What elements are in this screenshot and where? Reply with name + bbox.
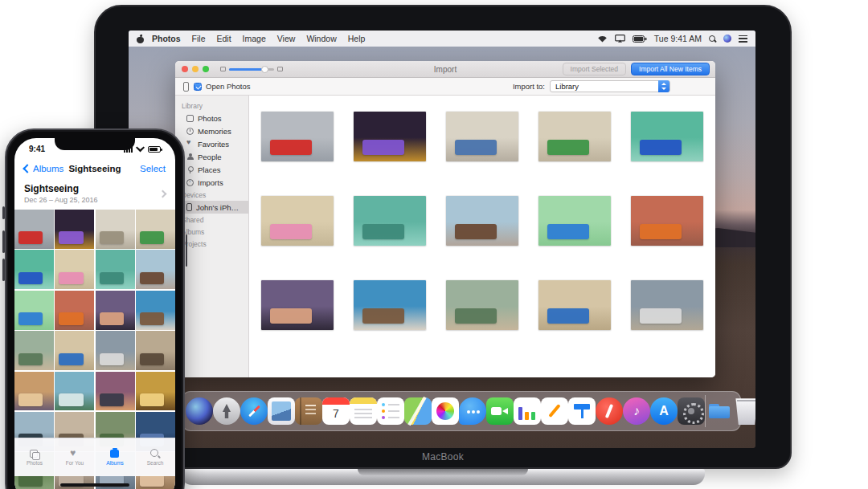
sidebar-item-places[interactable]: Places bbox=[175, 163, 248, 176]
open-photos-checkbox[interactable] bbox=[194, 83, 202, 91]
dock-appstore-icon[interactable]: A bbox=[650, 397, 678, 425]
photo-thumbnail[interactable] bbox=[631, 112, 703, 161]
menu-item-photos[interactable]: Photos bbox=[152, 34, 181, 43]
back-to-albums-button[interactable]: Albums bbox=[24, 164, 63, 173]
photo-thumbnail[interactable] bbox=[136, 291, 175, 330]
dock-calendar-icon[interactable]: 7 bbox=[322, 397, 350, 425]
photo-thumbnail[interactable] bbox=[55, 372, 94, 411]
sidebar-item-favorites[interactable]: Favorites bbox=[175, 137, 248, 150]
dock-reminders-icon[interactable] bbox=[377, 397, 404, 425]
tab-foryou[interactable]: For You bbox=[55, 438, 95, 476]
apple-logo-icon[interactable] bbox=[137, 35, 144, 43]
photo-thumbnail[interactable] bbox=[14, 372, 54, 411]
menu-item-window[interactable]: Window bbox=[306, 34, 336, 43]
dock-notes-icon[interactable] bbox=[350, 397, 377, 425]
dock-news-icon[interactable] bbox=[596, 397, 623, 425]
dock-trash-icon[interactable] bbox=[733, 397, 755, 425]
home-indicator[interactable] bbox=[60, 483, 129, 487]
photo-thumbnail[interactable] bbox=[14, 331, 54, 370]
photo-thumbnail[interactable] bbox=[96, 331, 135, 370]
photo-thumbnail[interactable] bbox=[631, 196, 703, 246]
dock-mail-icon[interactable] bbox=[268, 397, 295, 425]
photo-thumbnail[interactable] bbox=[261, 196, 334, 246]
import-selected-button[interactable]: Import Selected bbox=[563, 63, 627, 75]
photo-thumbnail[interactable] bbox=[354, 196, 426, 246]
photo-thumbnail[interactable] bbox=[96, 250, 135, 289]
close-window-button[interactable] bbox=[182, 66, 188, 72]
photo-thumbnail[interactable] bbox=[538, 112, 611, 161]
sidebar-item-people[interactable]: People bbox=[175, 150, 248, 163]
dock-numbers-icon[interactable] bbox=[514, 397, 541, 425]
sidebar-item-photos[interactable]: Photos bbox=[175, 112, 248, 124]
thumbnail-size-slider[interactable] bbox=[229, 68, 274, 71]
photo-thumbnail[interactable] bbox=[446, 196, 518, 246]
dock-contacts-icon[interactable] bbox=[295, 397, 322, 425]
dock-sysprefs-icon[interactable] bbox=[678, 397, 705, 425]
sidebar-item-john-s-iph[interactable]: John's iPh… bbox=[175, 201, 248, 214]
photo-thumbnail[interactable] bbox=[136, 210, 175, 249]
window-titlebar[interactable]: Import Import Selected Import All New It… bbox=[175, 61, 715, 78]
menu-bar-clock[interactable]: Tue 9:41 AM bbox=[654, 34, 702, 43]
dock-photos-icon[interactable] bbox=[432, 397, 459, 425]
minimize-window-button[interactable] bbox=[192, 66, 199, 72]
menu-item-help[interactable]: Help bbox=[348, 34, 366, 43]
photo-thumbnail[interactable] bbox=[14, 291, 54, 330]
photo-thumbnail[interactable] bbox=[136, 250, 175, 289]
sidebar-item-memories[interactable]: Memories bbox=[175, 124, 248, 137]
dock-downloads-icon[interactable] bbox=[706, 397, 733, 425]
photo-thumbnail[interactable] bbox=[96, 291, 135, 330]
album-header-row[interactable]: Sightseeing Dec 26 – Aug 25, 2016 bbox=[14, 179, 175, 210]
dock-maps-icon[interactable] bbox=[404, 397, 432, 425]
dock-safari-icon[interactable] bbox=[240, 397, 268, 425]
photo-thumbnail[interactable] bbox=[14, 210, 54, 249]
photo-thumbnail[interactable] bbox=[446, 112, 518, 161]
photo-thumbnail[interactable] bbox=[136, 331, 175, 370]
photo-thumbnail[interactable] bbox=[14, 250, 54, 289]
tab-search[interactable]: Search bbox=[135, 438, 175, 476]
menu-item-edit[interactable]: Edit bbox=[217, 34, 231, 43]
dock-pages-icon[interactable] bbox=[541, 397, 568, 425]
zoom-window-button[interactable] bbox=[203, 66, 209, 72]
dock-keynote-icon[interactable] bbox=[568, 397, 596, 425]
dock-siri-icon[interactable] bbox=[186, 397, 213, 425]
slider-knob[interactable] bbox=[261, 66, 268, 73]
tab-albums[interactable]: Albums bbox=[95, 438, 135, 476]
photo-thumbnail[interactable] bbox=[96, 210, 135, 249]
photo-thumbnail[interactable] bbox=[446, 280, 518, 330]
photo-thumbnail[interactable] bbox=[96, 372, 135, 411]
photo-thumbnail[interactable] bbox=[538, 280, 611, 330]
photo-thumbnail[interactable] bbox=[631, 280, 703, 330]
dock-launchpad-icon[interactable] bbox=[213, 397, 240, 425]
iphone-clock: 9:41 bbox=[29, 145, 45, 153]
photo-thumbnail[interactable] bbox=[55, 210, 94, 249]
mute-switch bbox=[2, 206, 5, 219]
battery-icon[interactable] bbox=[633, 35, 647, 43]
photo-thumbnail[interactable] bbox=[538, 196, 611, 246]
import-to-select[interactable]: Library bbox=[550, 80, 670, 92]
photo-thumbnail[interactable] bbox=[354, 280, 426, 330]
tab-photos[interactable]: Photos bbox=[14, 438, 55, 476]
photo-thumbnail[interactable] bbox=[354, 112, 426, 161]
macbook-device: PhotosFileEditImageViewWindowHelp Tue 9:… bbox=[94, 5, 792, 469]
photo-thumbnail[interactable] bbox=[261, 112, 334, 161]
spotlight-icon[interactable] bbox=[709, 35, 716, 43]
photo-thumbnail[interactable] bbox=[55, 250, 94, 289]
import-all-new-items-button[interactable]: Import All New Items bbox=[631, 63, 710, 75]
menu-item-file[interactable]: File bbox=[192, 34, 206, 43]
import-photo-grid-area bbox=[249, 96, 715, 377]
dock-facetime-icon[interactable] bbox=[486, 397, 514, 425]
siri-icon[interactable] bbox=[723, 35, 731, 43]
dock-messages-icon[interactable] bbox=[459, 397, 486, 425]
screen-mirroring-icon[interactable] bbox=[615, 35, 625, 43]
menu-item-view[interactable]: View bbox=[277, 34, 296, 43]
notification-center-icon[interactable] bbox=[739, 35, 747, 43]
photo-thumbnail[interactable] bbox=[55, 331, 94, 370]
photo-thumbnail[interactable] bbox=[55, 291, 94, 330]
dock-itunes-icon[interactable]: ♪ bbox=[623, 397, 650, 425]
select-button[interactable]: Select bbox=[140, 164, 166, 173]
menu-item-image[interactable]: Image bbox=[243, 34, 266, 43]
photo-thumbnail[interactable] bbox=[136, 372, 175, 411]
wifi-icon[interactable] bbox=[597, 35, 608, 43]
sidebar-item-imports[interactable]: Imports bbox=[175, 176, 248, 189]
photo-thumbnail[interactable] bbox=[261, 280, 334, 330]
